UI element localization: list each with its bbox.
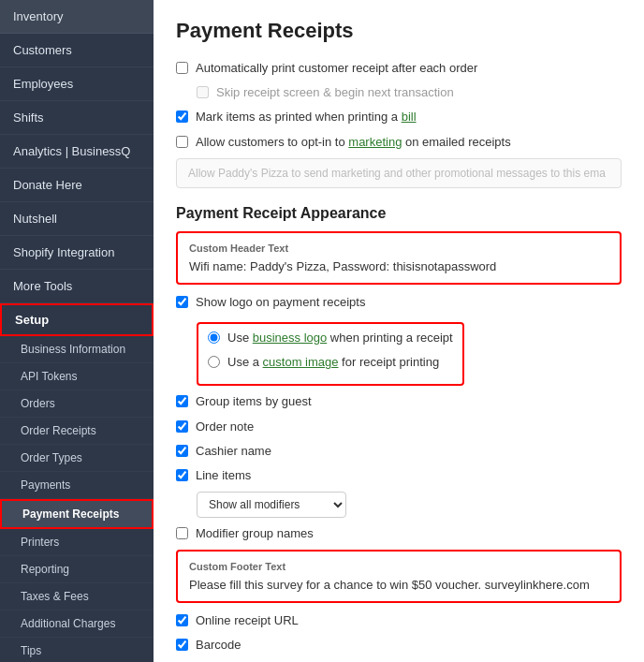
order-note-row: Order note <box>176 419 622 435</box>
sidebar-subitem-payments[interactable]: Payments <box>0 472 154 499</box>
marketing-placeholder[interactable]: Allow Paddy's Pizza to send marketing an… <box>176 158 622 188</box>
modifier-group-names-row: Modifier group names <box>176 525 622 542</box>
custom-header-label: Custom Header Text <box>189 243 608 254</box>
custom-footer-label: Custom Footer Text <box>189 561 608 572</box>
modifier-group-names-label: Modifier group names <box>196 525 314 542</box>
sidebar-subitem-order-receipts-label: Order Receipts <box>21 424 96 437</box>
sidebar-subitem-order-types-label: Order Types <box>21 451 82 464</box>
show-logo-label: Show logo on payment receipts <box>196 294 365 311</box>
order-note-label: Order note <box>196 419 254 435</box>
line-items-label: Line items <box>196 467 251 484</box>
line-items-checkbox[interactable] <box>176 469 188 481</box>
group-items-checkbox[interactable] <box>176 395 188 407</box>
sidebar-subitem-business-info[interactable]: Business Information <box>0 336 154 363</box>
sidebar-item-analytics[interactable]: Analytics | BusinessQ <box>0 135 154 169</box>
skip-receipt-row: Skip receipt screen & begin next transac… <box>197 84 622 101</box>
modifiers-select-row: Show all modifiers Hide all modifiers <box>197 492 622 518</box>
line-items-row: Line items <box>176 467 622 484</box>
show-logo-row: Show logo on payment receipts <box>176 294 622 311</box>
sidebar-item-shopify[interactable]: Shopify Integration <box>0 236 154 270</box>
sidebar: Inventory Customers Employees Shifts Ana… <box>0 0 154 662</box>
appearance-title: Payment Receipt Appearance <box>176 205 622 222</box>
sidebar-item-donate[interactable]: Donate Here <box>0 169 154 202</box>
sidebar-item-analytics-label: Analytics | BusinessQ <box>13 144 130 158</box>
sidebar-subitem-taxes-fees[interactable]: Taxes & Fees <box>0 583 154 611</box>
sidebar-item-nutshell-label: Nutshell <box>13 212 57 226</box>
allow-optin-label: Allow customers to opt-in to marketing o… <box>196 134 511 151</box>
allow-optin-checkbox[interactable] <box>176 136 188 148</box>
cashier-name-row: Cashier name <box>176 443 622 460</box>
use-business-logo-label: Use business logo when printing a receip… <box>227 330 453 346</box>
sidebar-subitem-reporting-label: Reporting <box>21 563 69 576</box>
sidebar-item-customers-label: Customers <box>13 43 72 57</box>
use-custom-image-label: Use a custom image for receipt printing <box>227 354 439 371</box>
skip-receipt-checkbox[interactable] <box>197 86 209 98</box>
sidebar-item-employees[interactable]: Employees <box>0 67 154 101</box>
online-receipt-row: Online receipt URL <box>176 612 622 629</box>
sidebar-item-more-tools[interactable]: More Tools <box>0 270 154 303</box>
custom-footer-value[interactable]: Please fill this survey for a chance to … <box>189 578 608 592</box>
use-custom-image-row: Use a custom image for receipt printing <box>208 354 453 371</box>
marketing-link: marketing <box>348 135 402 149</box>
use-business-logo-row: Use business logo when printing a receip… <box>208 330 453 346</box>
cashier-name-label: Cashier name <box>196 443 271 460</box>
sidebar-subitem-payment-receipts[interactable]: Payment Receipts <box>0 499 154 529</box>
sidebar-subitem-api-tokens[interactable]: API Tokens <box>0 363 154 390</box>
custom-image-link: custom image <box>263 355 339 369</box>
sidebar-item-setup[interactable]: Setup <box>0 303 154 336</box>
mark-printed-link: bill <box>402 110 417 124</box>
sidebar-item-nutshell[interactable]: Nutshell <box>0 202 154 236</box>
allow-optin-row: Allow customers to opt-in to marketing o… <box>176 134 622 151</box>
sidebar-subitem-order-receipts[interactable]: Order Receipts <box>0 418 154 445</box>
custom-header-box: Custom Header Text Wifi name: Paddy's Pi… <box>176 231 622 285</box>
main-content: Payment Receipts Automatically print cus… <box>154 0 644 662</box>
sidebar-subitem-additional-charges-label: Additional Charges <box>21 617 115 630</box>
mark-printed-label: Mark items as printed when printing a bi… <box>196 109 417 125</box>
business-logo-link: business logo <box>253 331 328 345</box>
sidebar-item-inventory[interactable]: Inventory <box>0 0 154 34</box>
sidebar-item-inventory-label: Inventory <box>13 9 63 23</box>
modifiers-select[interactable]: Show all modifiers Hide all modifiers <box>197 492 346 518</box>
barcode-label: Barcode <box>196 637 241 654</box>
sidebar-subitem-order-types[interactable]: Order Types <box>0 445 154 472</box>
sidebar-subitem-api-tokens-label: API Tokens <box>21 370 77 383</box>
use-business-logo-radio[interactable] <box>208 331 220 344</box>
sidebar-subitem-orders[interactable]: Orders <box>0 390 154 418</box>
sidebar-subitem-printers[interactable]: Printers <box>0 529 154 556</box>
barcode-row: Barcode <box>176 637 622 654</box>
sidebar-subitem-additional-charges[interactable]: Additional Charges <box>0 611 154 638</box>
sidebar-subitem-payment-receipts-label: Payment Receipts <box>22 508 119 521</box>
sidebar-item-shopify-label: Shopify Integration <box>13 245 114 259</box>
online-receipt-checkbox[interactable] <box>176 614 188 626</box>
barcode-checkbox[interactable] <box>176 639 188 651</box>
cashier-name-checkbox[interactable] <box>176 445 188 457</box>
logo-options-group: Use business logo when printing a receip… <box>197 322 464 386</box>
group-items-row: Group items by guest <box>176 393 622 410</box>
modifier-group-names-checkbox[interactable] <box>176 527 188 539</box>
auto-print-checkbox[interactable] <box>176 62 188 74</box>
sidebar-subitem-business-info-label: Business Information <box>21 343 125 356</box>
sidebar-item-more-tools-label: More Tools <box>13 279 72 293</box>
sidebar-item-setup-label: Setup <box>15 313 49 327</box>
sidebar-item-donate-label: Donate Here <box>13 178 82 192</box>
use-custom-image-radio[interactable] <box>208 356 220 368</box>
skip-receipt-label: Skip receipt screen & begin next transac… <box>216 84 454 101</box>
sidebar-subitem-tips-label: Tips <box>21 644 41 657</box>
custom-header-value[interactable]: Wifi name: Paddy's Pizza, Password: this… <box>189 259 608 273</box>
sidebar-item-shifts-label: Shifts <box>13 110 44 125</box>
custom-footer-box: Custom Footer Text Please fill this surv… <box>176 550 622 603</box>
mark-printed-checkbox[interactable] <box>176 110 188 123</box>
sidebar-item-shifts[interactable]: Shifts <box>0 101 154 135</box>
sidebar-subitem-orders-label: Orders <box>21 397 55 410</box>
sidebar-subitem-taxes-fees-label: Taxes & Fees <box>21 590 89 603</box>
show-logo-checkbox[interactable] <box>176 296 188 308</box>
auto-print-row: Automatically print customer receipt aft… <box>176 60 622 77</box>
sidebar-subitem-reporting[interactable]: Reporting <box>0 556 154 583</box>
mark-printed-row: Mark items as printed when printing a bi… <box>176 109 622 125</box>
sidebar-subitem-printers-label: Printers <box>21 536 59 549</box>
sidebar-subitem-payments-label: Payments <box>21 478 70 492</box>
sidebar-item-employees-label: Employees <box>13 77 73 91</box>
order-note-checkbox[interactable] <box>176 420 188 433</box>
sidebar-item-customers[interactable]: Customers <box>0 34 154 67</box>
sidebar-subitem-tips[interactable]: Tips <box>0 638 154 662</box>
